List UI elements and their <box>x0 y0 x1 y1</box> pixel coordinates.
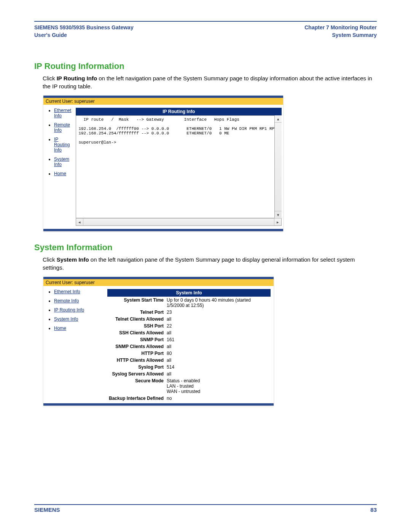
nav-item-home[interactable]: Home <box>54 171 71 176</box>
footer-brand: SIEMENS <box>34 506 60 513</box>
table-row: SSH Port22 <box>107 323 271 329</box>
system-info-panel: Current User: superuser Ethernet Info Re… <box>43 277 274 406</box>
row-key: HTTP Clients Allowed <box>107 357 165 364</box>
table-row: Syslog Port514 <box>107 364 271 371</box>
table-row: HTTP Clients Allowedall <box>107 357 271 364</box>
system-info-table: System Start TimeUp for 0 days 0 hours 4… <box>107 297 271 402</box>
panel-title-system-info: System Info <box>107 289 271 297</box>
row-key: Syslog Servers Allowed <box>107 371 165 377</box>
row-value: Status - enabled LAN - trusted WAN - unt… <box>165 377 271 395</box>
table-row: SNMP Clients Allowedall <box>107 343 271 350</box>
row-value: no <box>165 395 271 402</box>
scroll-down-icon[interactable]: ▾ <box>275 211 282 218</box>
vertical-scrollbar[interactable]: ▴ ▾ <box>274 115 282 218</box>
row-value: 514 <box>165 364 271 371</box>
row-value: 161 <box>165 336 271 343</box>
nav-item-ip-routing-info[interactable]: IP Routing Info <box>54 307 103 313</box>
userbar: Current User: superuser <box>43 279 274 286</box>
nav-item-system-info[interactable]: System Info <box>54 316 103 322</box>
section1-intro: Click IP Routing Info on the left naviga… <box>43 74 377 90</box>
row-value: 23 <box>165 309 271 316</box>
row-key: Syslog Port <box>107 364 165 371</box>
row-value: all <box>165 329 271 336</box>
row-value: 80 <box>165 350 271 357</box>
section-title-system-info: System Information <box>34 243 377 252</box>
row-value: 22 <box>165 323 271 329</box>
row-key: System Start Time <box>107 297 165 309</box>
header-left-line1: SIEMENS 5930/5935 Business Gateway <box>34 24 134 32</box>
footer-page-number: 83 <box>370 506 377 513</box>
table-row: Telnet Port23 <box>107 309 271 316</box>
header-right-line2: System Summary <box>304 32 377 39</box>
scroll-left-icon[interactable]: ◂ <box>76 219 83 225</box>
scroll-up-icon[interactable]: ▴ <box>275 115 282 123</box>
panel-nav: Ethernet Info Remote Info IP Routing Inf… <box>43 105 73 229</box>
nav-item-ethernet-info[interactable]: Ethernet Info <box>54 108 71 118</box>
nav-item-system-info[interactable]: System Info <box>54 157 71 167</box>
row-key: HTTP Port <box>107 350 165 357</box>
row-value: all <box>165 343 271 350</box>
table-row: HTTP Port80 <box>107 350 271 357</box>
horizontal-scrollbar[interactable]: ◂ ▸ <box>76 218 282 226</box>
table-row: Secure ModeStatus - enabled LAN - truste… <box>107 377 271 395</box>
row-key: Backup Interface Defined <box>107 395 165 402</box>
header-left-line2: User's Guide <box>34 32 134 39</box>
header-right-line1: Chapter 7 Monitoring Router <box>304 24 377 32</box>
table-row: Backup Interface Definedno <box>107 395 271 402</box>
table-row: Telnet Clients Allowedall <box>107 316 271 323</box>
row-key: SNMP Clients Allowed <box>107 343 165 350</box>
panel-nav: Ethernet Info Remote Info IP Routing Inf… <box>43 286 104 403</box>
nav-item-remote-info[interactable]: Remote Info <box>54 298 103 304</box>
nav-item-home[interactable]: Home <box>54 326 103 331</box>
panel-title-ip-routing: IP Routing Info <box>76 108 282 115</box>
row-key: Secure Mode <box>107 377 165 395</box>
ip-routing-console[interactable]: IP route / Mask --> Gateway Interface Ho… <box>76 115 282 218</box>
row-key: Telnet Clients Allowed <box>107 316 165 323</box>
page-header: SIEMENS 5930/5935 Business Gateway User'… <box>34 22 377 41</box>
row-value: all <box>165 357 271 364</box>
section2-intro: Click System Info on the left navigation… <box>43 256 377 272</box>
row-value: all <box>165 371 271 377</box>
row-key: SSH Port <box>107 323 165 329</box>
section-title-ip-routing: IP Routing Information <box>34 61 377 71</box>
row-value: Up for 0 days 0 hours 40 minutes (starte… <box>165 297 271 309</box>
row-key: Telnet Port <box>107 309 165 316</box>
row-key: SNMP Port <box>107 336 165 343</box>
row-value: all <box>165 316 271 323</box>
userbar: Current User: superuser <box>43 98 283 105</box>
table-row: SSH Clients Allowedall <box>107 329 271 336</box>
table-row: Syslog Servers Allowedall <box>107 371 271 377</box>
row-key: SSH Clients Allowed <box>107 329 165 336</box>
ip-routing-panel: Current User: superuser Ethernet Info Re… <box>43 96 283 231</box>
nav-item-ethernet-info[interactable]: Ethernet Info <box>54 289 103 294</box>
table-row: System Start TimeUp for 0 days 0 hours 4… <box>107 297 271 309</box>
nav-item-ip-routing-info[interactable]: IP Routing Info <box>54 137 71 153</box>
scroll-right-icon[interactable]: ▸ <box>274 219 281 225</box>
table-row: SNMP Port161 <box>107 336 271 343</box>
nav-item-remote-info[interactable]: Remote Info <box>54 122 71 133</box>
